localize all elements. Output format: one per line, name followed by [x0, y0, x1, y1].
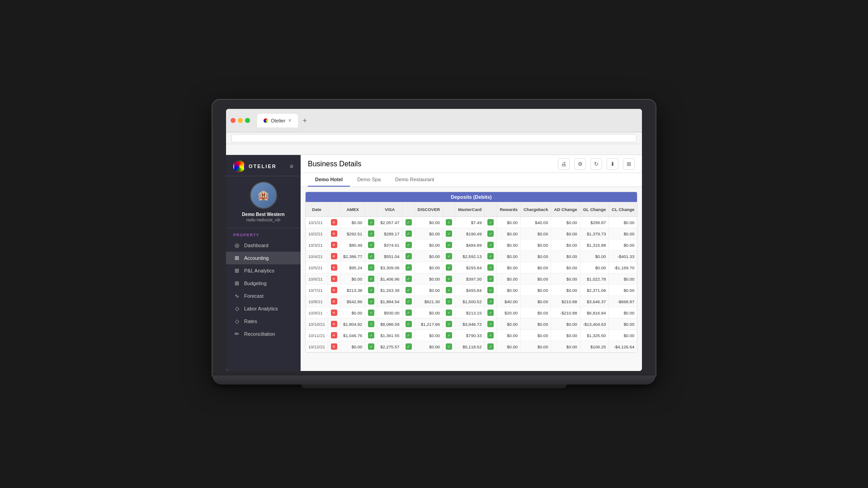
- td-c2: ✓: [402, 307, 415, 319]
- sidebar-label-dashboard: Dashboard: [244, 243, 269, 248]
- x-status-icon: ✕: [331, 230, 337, 237]
- td-ad-change: $0.00: [551, 262, 580, 273]
- td-gl-change: $0.00: [580, 262, 609, 273]
- x-status-icon: ✕: [331, 264, 337, 271]
- tab-demo-restaurant[interactable]: Demo Restaurant: [388, 173, 441, 187]
- td-chargeback: $0.00: [521, 307, 551, 319]
- url-bar[interactable]: [231, 134, 637, 142]
- pnl-icon: ⊞: [233, 267, 241, 274]
- td-mastercard: $7.49: [455, 217, 485, 228]
- td-mastercard: $213.15: [455, 307, 485, 319]
- check-icon-discover: ✓: [406, 230, 412, 237]
- minimize-button[interactable]: [238, 118, 243, 123]
- close-button[interactable]: [231, 118, 236, 123]
- td-date: 10/1/21: [306, 217, 328, 228]
- table-row: 10/5/21 ✕ $95.24 ✓ $3,309.06 ✓ $0.00 ✓ $…: [306, 262, 637, 273]
- browser-tab-otelier[interactable]: Otelier ✕: [257, 114, 298, 127]
- td-date: 10/11/21: [306, 330, 328, 341]
- td-mastercard: $790.33: [455, 330, 485, 341]
- x-status-icon: ✕: [331, 321, 337, 327]
- td-date: 10/2/21: [306, 228, 328, 239]
- sidebar-label-labor-analytics: Labor Analytics: [244, 306, 278, 311]
- deposits-table: Date AMEX VISA DISCOVER MasterCard: [306, 202, 637, 352]
- td-cl-change: $0.00: [609, 273, 637, 285]
- td-cl-change: -$668.87: [609, 296, 637, 307]
- sidebar-item-dashboard[interactable]: ◎ Dashboard: [226, 239, 301, 252]
- th-c3: [443, 202, 455, 217]
- td-c1: ✓: [365, 307, 377, 319]
- refresh-button[interactable]: ↻: [590, 158, 602, 170]
- sidebar-item-budgeting[interactable]: ⊞ Budgeting: [226, 277, 301, 290]
- td-discover: $621.30: [415, 296, 443, 307]
- check-icon-discover: ✓: [406, 343, 412, 350]
- check-icon-visa: ✓: [368, 298, 374, 305]
- table-section-header: Deposits (Debits): [306, 192, 637, 202]
- td-c4: ✓: [485, 251, 497, 262]
- th-visa: VISA: [377, 202, 402, 217]
- table-row: 10/7/21 ✕ $213.38 ✓ $1,263.39 ✓ $0.00 ✓ …: [306, 285, 637, 296]
- td-mastercard: $2,592.13: [455, 251, 485, 262]
- sidebar-item-labor-analytics[interactable]: ◇ Labor Analytics: [226, 302, 301, 315]
- td-c4: ✓: [485, 319, 497, 330]
- grid-button[interactable]: ⊞: [623, 158, 635, 170]
- check-icon-rewards: ✓: [487, 253, 494, 259]
- td-date: 10/4/21: [306, 251, 328, 262]
- avatar: 🏨: [250, 182, 277, 209]
- td-amex: $95.24: [340, 262, 365, 273]
- td-gl-change: $6,816.84: [580, 307, 609, 319]
- td-c1: ✓: [365, 239, 377, 251]
- th-amex: AMEX: [340, 202, 365, 217]
- user-subtitle: Hello HelloGM_All!: [233, 218, 293, 222]
- td-rewards: $40.00: [497, 296, 521, 307]
- td-rewards: $0.00: [497, 262, 521, 273]
- td-visa: $1,406.96: [377, 273, 402, 285]
- td-discover: $0.00: [415, 330, 443, 341]
- td-ad-change: $210.88: [551, 296, 580, 307]
- dashboard-icon: ◎: [233, 242, 241, 249]
- td-c4: ✓: [485, 217, 497, 228]
- tab-demo-spa[interactable]: Demo Spa: [350, 173, 388, 187]
- th-ad-change: AD Change: [551, 202, 580, 217]
- check-icon-discover: ✓: [406, 253, 412, 259]
- tab-close-icon[interactable]: ✕: [288, 118, 292, 123]
- check-icon-discover: ✓: [406, 310, 412, 316]
- td-date: 10/12/21: [306, 341, 328, 352]
- print-button[interactable]: 🖨: [558, 158, 570, 170]
- sidebar-item-reconciliation[interactable]: ✏ Reconciliation: [226, 328, 301, 340]
- tab-demo-hotel[interactable]: Demo Hotel: [308, 173, 350, 187]
- td-c4: ✓: [485, 273, 497, 285]
- td-chargeback: $40.00: [521, 217, 551, 228]
- table-header-row: Date AMEX VISA DISCOVER MasterCard: [306, 202, 637, 217]
- td-ad-change: $0.00: [551, 319, 580, 330]
- tab-label: Otelier: [271, 118, 285, 123]
- x-status-icon: ✕: [331, 219, 337, 225]
- td-c2: ✓: [402, 296, 415, 307]
- sidebar-item-forecast[interactable]: ∿ Forecast: [226, 290, 301, 302]
- sidebar-item-rates[interactable]: ◇ Rates: [226, 315, 301, 328]
- sidebar-label-accounting: Accounting: [244, 255, 269, 261]
- td-cl-change: $0.00: [609, 228, 637, 239]
- th-gl-change: GL Change: [580, 202, 609, 217]
- check-icon-mastercard: ✓: [446, 264, 452, 271]
- settings-button[interactable]: ⚙: [574, 158, 586, 170]
- download-button[interactable]: ⬇: [607, 158, 618, 170]
- td-rewards: $20.00: [497, 307, 521, 319]
- td-c2: ✓: [402, 262, 415, 273]
- new-tab-button[interactable]: +: [300, 116, 309, 126]
- td-s1: ✕: [328, 341, 340, 352]
- td-c1: ✓: [365, 251, 377, 262]
- sidebar-item-accounting[interactable]: ⊞ Accounting: [226, 252, 301, 264]
- td-rewards: $0.00: [497, 217, 521, 228]
- hamburger-button[interactable]: ≡: [290, 163, 293, 170]
- top-nav-icons: 🖨 ⚙ ↻ ⬇ ⊞: [558, 158, 635, 170]
- td-rewards: $0.00: [497, 228, 521, 239]
- tab-favicon: [264, 118, 268, 123]
- sidebar-item-pnl[interactable]: ⊞ P&L Analytics: [226, 264, 301, 277]
- check-icon-mastercard: ✓: [446, 332, 452, 338]
- th-discover: DISCOVER: [415, 202, 443, 217]
- td-c1: ✓: [365, 228, 377, 239]
- td-c4: ✓: [485, 262, 497, 273]
- maximize-button[interactable]: [245, 118, 250, 123]
- td-ad-change: $0.00: [551, 341, 580, 352]
- app-layout: OTELIER ≡ 🏨 Demo Best Western Hello Hell…: [226, 155, 642, 371]
